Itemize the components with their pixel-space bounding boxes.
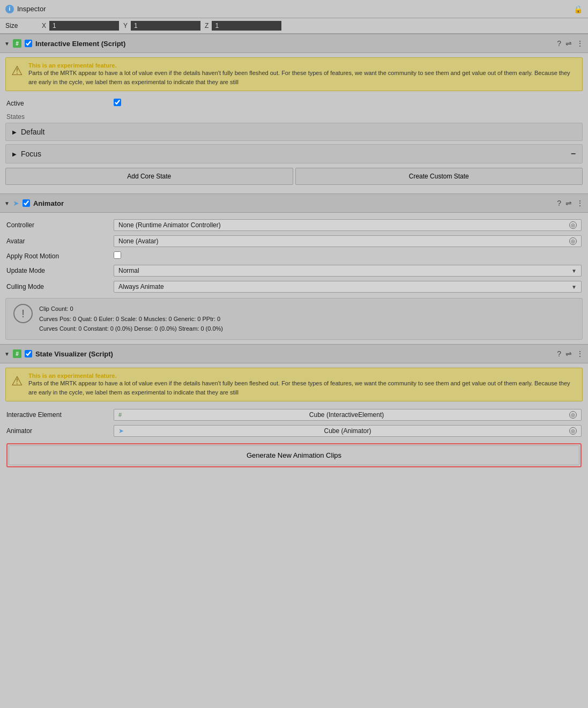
ie-hash-icon: # <box>13 39 21 48</box>
update-mode-arrow: ▼ <box>571 268 577 274</box>
xyz-group-z: Z <box>205 21 281 31</box>
animator-section-header: ▼ ➤ Animator ? ⇌ ⋮ <box>0 193 588 213</box>
apply-root-motion-checkbox[interactable] <box>114 251 121 259</box>
culling-mode-label: Culling Mode <box>6 283 114 290</box>
state-item-default: ▶ Default <box>5 123 583 141</box>
animator-icon: ➤ <box>13 199 19 207</box>
interactive-element-content: ⚠ This is an experimental feature. Parts… <box>0 53 588 193</box>
controller-label: Controller <box>6 221 114 229</box>
sv-help-icon[interactable]: ? <box>557 349 561 358</box>
sv-ie-select-btn[interactable]: ◎ <box>569 411 577 419</box>
ie-collapse-arrow[interactable]: ▼ <box>4 41 10 47</box>
sv-sliders-icon[interactable]: ⇌ <box>565 349 572 358</box>
controller-select-btn[interactable]: ◎ <box>569 221 577 229</box>
clip-count-text: Clip Count: 0 <box>39 304 223 314</box>
y-label: Y <box>123 22 128 29</box>
size-row: Size X Y Z <box>0 18 588 34</box>
xyz-group-y: Y <box>123 21 200 31</box>
y-input[interactable] <box>131 21 200 31</box>
animator-sliders-icon[interactable]: ⇌ <box>565 199 572 207</box>
controller-object-field[interactable]: None (Runtime Animator Controller) ◎ <box>114 219 582 231</box>
animator-menu-icon[interactable]: ⋮ <box>576 199 584 207</box>
update-mode-dropdown[interactable]: Normal ▼ <box>114 265 582 277</box>
x-label: X <box>42 22 46 29</box>
curves-pos-text: Curves Pos: 0 Quat: 0 Euler: 0 Scale: 0 … <box>39 314 223 324</box>
culling-mode-field-row: Culling Mode Always Animate ▼ <box>5 279 583 295</box>
avatar-value-wrapper: None (Avatar) ◎ <box>114 235 582 247</box>
ie-enabled-checkbox[interactable] <box>25 40 32 47</box>
lock-icon[interactable]: 🔒 <box>574 5 583 13</box>
avatar-select-btn[interactable]: ◎ <box>569 237 577 245</box>
sv-animator-field-row: Animator ➤ Cube (Animator) ◎ <box>5 423 583 439</box>
inspector-header: i Inspector 🔒 <box>0 0 588 18</box>
sv-warning-icon: ⚠ <box>11 374 23 389</box>
controller-field-row: Controller None (Runtime Animator Contro… <box>5 217 583 233</box>
ie-sliders-icon[interactable]: ⇌ <box>565 39 572 48</box>
sv-section-title: State Visualizer (Script) <box>35 350 554 358</box>
ie-help-icon[interactable]: ? <box>557 39 561 48</box>
inspector-icon: i <box>5 5 14 13</box>
state-item-default-left: ▶ Default <box>12 128 44 136</box>
x-input[interactable] <box>49 21 119 31</box>
sv-animator-object-field[interactable]: ➤ Cube (Animator) ◎ <box>114 425 582 437</box>
size-label: Size <box>5 22 38 29</box>
apply-root-motion-label: Apply Root Motion <box>6 252 114 260</box>
create-custom-state-button[interactable]: Create Custom State <box>295 168 583 185</box>
avatar-object-field[interactable]: None (Avatar) ◎ <box>114 235 582 247</box>
active-checkbox[interactable] <box>114 99 121 106</box>
states-label: States <box>5 110 583 123</box>
sv-section-header: ▼ # State Visualizer (Script) ? ⇌ ⋮ <box>0 344 588 363</box>
update-mode-value-wrapper: Normal ▼ <box>114 265 582 277</box>
state-item-focus-left: ▶ Focus <box>12 150 41 158</box>
sv-section-icons: ? ⇌ ⋮ <box>557 349 584 358</box>
apply-root-motion-value <box>114 251 582 260</box>
focus-state-remove-btn[interactable]: − <box>571 149 576 159</box>
sv-ie-field-row: Interactive Element # Cube (InteractiveE… <box>5 407 583 423</box>
sv-animator-value-text: Cube (Animator) <box>324 427 371 435</box>
generate-animation-clips-button[interactable]: Generate New Animation Clips <box>9 445 579 465</box>
update-mode-label: Update Mode <box>6 267 114 274</box>
culling-mode-dropdown[interactable]: Always Animate ▼ <box>114 281 582 293</box>
active-value <box>114 99 582 108</box>
sv-collapse-arrow[interactable]: ▼ <box>4 351 10 357</box>
culling-mode-value: Always Animate <box>118 283 164 290</box>
sv-hash-icon: # <box>13 349 21 358</box>
ie-warning-box: ⚠ This is an experimental feature. Parts… <box>5 57 583 91</box>
z-input[interactable] <box>212 21 281 31</box>
sv-menu-icon[interactable]: ⋮ <box>576 349 584 358</box>
interactive-element-section-header: ▼ # Interactive Element (Script) ? ⇌ ⋮ <box>0 34 588 53</box>
sv-animator-select-btn[interactable]: ◎ <box>569 427 577 435</box>
sv-warning-title: This is an experimental feature. <box>28 372 577 379</box>
focus-state-arrow[interactable]: ▶ <box>12 151 17 157</box>
sv-ie-label: Interactive Element <box>6 411 114 419</box>
sv-ie-value-wrapper: # Cube (InteractiveElement) ◎ <box>114 409 582 421</box>
inspector-title: Inspector <box>17 5 46 13</box>
sv-content: ⚠ This is an experimental feature. Parts… <box>0 363 588 475</box>
animator-section-icons: ? ⇌ ⋮ <box>557 199 584 207</box>
animator-info-text: Clip Count: 0 Curves Pos: 0 Quat: 0 Eule… <box>39 304 223 334</box>
default-state-arrow[interactable]: ▶ <box>12 129 17 135</box>
sv-ie-value-text: Cube (InteractiveElement) <box>309 411 384 419</box>
ie-warning-text-block: This is an experimental feature. Parts o… <box>28 62 577 86</box>
sv-ie-object-field[interactable]: # Cube (InteractiveElement) ◎ <box>114 409 582 421</box>
avatar-field-row: Avatar None (Avatar) ◎ <box>5 233 583 249</box>
default-state-name: Default <box>21 128 44 136</box>
sv-animator-icon: ➤ <box>118 427 124 435</box>
add-core-state-button[interactable]: Add Core State <box>5 168 293 185</box>
update-mode-value: Normal <box>118 267 139 274</box>
sv-animator-value-wrapper: ➤ Cube (Animator) ◎ <box>114 425 582 437</box>
ie-warning-title: This is an experimental feature. <box>28 62 577 69</box>
state-item-focus: ▶ Focus − <box>5 144 583 163</box>
sv-ie-icon: # <box>118 412 122 418</box>
animator-info-icon: ! <box>13 304 33 323</box>
animator-help-icon[interactable]: ? <box>557 199 561 207</box>
animator-section-title: Animator <box>33 199 554 207</box>
sv-enabled-checkbox[interactable] <box>25 350 32 357</box>
inspector-header-left: i Inspector <box>5 5 46 13</box>
avatar-value-text: None (Avatar) <box>118 237 158 245</box>
controller-value-text: None (Runtime Animator Controller) <box>118 221 221 229</box>
animator-collapse-arrow[interactable]: ▼ <box>4 200 10 206</box>
animator-enabled-checkbox[interactable] <box>23 199 30 207</box>
ie-menu-icon[interactable]: ⋮ <box>576 39 584 48</box>
z-label: Z <box>205 22 209 29</box>
